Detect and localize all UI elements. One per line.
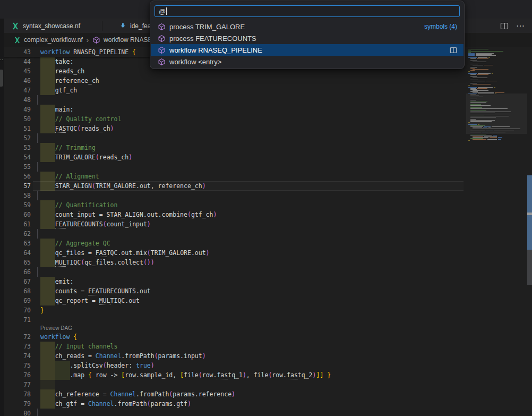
- code-line-52[interactable]: 52: [4, 133, 464, 143]
- tab-label: syntax_showcase.nf: [23, 22, 80, 30]
- symbol-cube-icon: [158, 58, 166, 66]
- code-line-61[interactable]: 61 FEATURECOUNTS(count_input): [4, 219, 464, 229]
- line-number: 70: [4, 305, 31, 315]
- split-editor-button[interactable]: [500, 22, 509, 30]
- line-number: 64: [4, 248, 31, 258]
- line-number: 79: [4, 399, 31, 409]
- code-line-67[interactable]: 67 emit:: [4, 277, 464, 286]
- line-number: 72: [4, 332, 31, 342]
- vscode-window: syntax_showcase.nf ide_feat ⋯ complex_wo…: [0, 0, 532, 416]
- code-line-48[interactable]: 48: [4, 95, 464, 105]
- code-line-49[interactable]: 49 main:: [4, 105, 464, 114]
- more-actions-button[interactable]: ⋯: [516, 23, 525, 29]
- code-line-77[interactable]: 77: [4, 380, 464, 389]
- nextflow-icon: [14, 37, 21, 44]
- line-number: 46: [4, 76, 31, 86]
- line-number: 53: [4, 143, 31, 152]
- code-line-46[interactable]: 46 reference_ch: [4, 76, 464, 86]
- codelens-preview-dag[interactable]: Preview DAG: [4, 325, 464, 332]
- line-number: 55: [4, 162, 31, 172]
- quick-open-item-2[interactable]: workflow RNASEQ_PIPELINE: [151, 44, 464, 56]
- code-line-65[interactable]: 65 MULTIQC(qc_files.collect()): [4, 258, 464, 267]
- line-number: 76: [4, 370, 31, 380]
- symbol-cube-icon: [158, 46, 166, 54]
- arrow-down-icon: [119, 22, 126, 29]
- line-number: 57: [4, 181, 31, 191]
- code-editor[interactable]: 43workflow RNASEQ_PIPELINE {44 take:45 r…: [4, 47, 466, 416]
- chevron-right-icon: ›: [87, 36, 89, 44]
- symbol-cube-icon: [158, 35, 166, 43]
- code-line-50[interactable]: 50 // Quality control: [4, 114, 464, 124]
- line-number: 71: [4, 315, 31, 325]
- code-line-72[interactable]: 72workflow {: [4, 332, 464, 342]
- code-line-64[interactable]: 64 qc_files = FASTQC.out.mix(TRIM_GALORE…: [4, 248, 464, 258]
- code-line-63[interactable]: 63 // Aggregate QC: [4, 239, 464, 248]
- scrollbar[interactable]: [527, 47, 532, 416]
- line-number: 73: [4, 342, 31, 351]
- line-number: 63: [4, 239, 31, 248]
- code-line-75[interactable]: 75 .splitCsv(header: true): [4, 361, 464, 370]
- scrollbar-fragment: [0, 70, 3, 87]
- text-cursor: [166, 7, 167, 15]
- line-number: 59: [4, 200, 31, 210]
- code-line-56[interactable]: 56 // Alignment: [4, 172, 464, 181]
- quick-open-list: process TRIM_GALOREsymbols (4) process F…: [151, 21, 464, 67]
- query-text: @: [159, 7, 166, 15]
- line-number: 50: [4, 114, 31, 124]
- open-to-side-icon[interactable]: [450, 47, 457, 54]
- breadcrumb-file[interactable]: complex_workflow.nf: [24, 36, 83, 44]
- code-line-70[interactable]: 70}: [4, 305, 464, 315]
- adjacent-group-edge: ···: [0, 19, 4, 416]
- line-number: 51: [4, 124, 31, 133]
- symbol-cube-icon: [92, 36, 100, 44]
- quick-open-item-3[interactable]: workflow <entry>: [151, 56, 464, 67]
- scrollbar-slider[interactable]: [527, 250, 532, 285]
- line-number: 66: [4, 267, 31, 277]
- code-line-73[interactable]: 73 // Input channels: [4, 342, 464, 351]
- code-line-54[interactable]: 54 TRIM_GALORE(reads_ch): [4, 152, 464, 162]
- code-line-53[interactable]: 53 // Trimming: [4, 143, 464, 152]
- symbol-cube-slot: [92, 36, 100, 44]
- code-line-51[interactable]: 51 FASTQC(reads_ch): [4, 124, 464, 133]
- code-line-47[interactable]: 47 gtf_ch: [4, 86, 464, 95]
- code-line-57[interactable]: 57 STAR_ALIGN(TRIM_GALORE.out, reference…: [4, 181, 464, 191]
- more-actions-icon: ···: [0, 57, 4, 62]
- code-line-79[interactable]: 79 ch_gtf = Channel.fromPath(params.gtf): [4, 399, 464, 409]
- code-line-71[interactable]: 71: [4, 315, 464, 325]
- item-label: workflow <entry>: [169, 58, 221, 66]
- item-label: process FEATURECOUNTS: [169, 35, 256, 43]
- quick-open-input[interactable]: @: [155, 5, 460, 17]
- item-label: process TRIM_GALORE: [169, 23, 245, 31]
- quick-open-panel: @ process TRIM_GALOREsymbols (4) process…: [150, 1, 465, 69]
- line-number: 68: [4, 286, 31, 296]
- line-number: 48: [4, 95, 31, 105]
- line-number: 45: [4, 66, 31, 76]
- code-line-76[interactable]: 76 .map { row -> [row.sample_id, [file(r…: [4, 370, 464, 380]
- item-label: workflow RNASEQ_PIPELINE: [169, 46, 262, 54]
- tab-syntax-showcase[interactable]: syntax_showcase.nf: [4, 19, 102, 33]
- code-line-66[interactable]: 66: [4, 267, 464, 277]
- code-line-58[interactable]: 58: [4, 191, 464, 200]
- symbol-cube-icon: [158, 23, 166, 31]
- code-line-60[interactable]: 60 count_input = STAR_ALIGN.out.combine(…: [4, 210, 464, 219]
- line-number: 77: [4, 380, 31, 389]
- line-number: 67: [4, 277, 31, 286]
- code-line-59[interactable]: 59 // Quantification: [4, 200, 464, 210]
- code-line-62[interactable]: 62: [4, 229, 464, 239]
- code-line-74[interactable]: 74 ch_reads = Channel.fromPath(params.in…: [4, 351, 464, 361]
- code-line-78[interactable]: 78 ch_reference = Channel.fromPath(param…: [4, 389, 464, 399]
- symbols-count-badge[interactable]: symbols (4): [424, 23, 457, 30]
- code-line-68[interactable]: 68 counts = FEATURECOUNTS.out: [4, 286, 464, 296]
- quick-open-item-1[interactable]: process FEATURECOUNTS: [151, 32, 464, 44]
- quick-open-item-0[interactable]: process TRIM_GALOREsymbols (4): [151, 21, 464, 32]
- code-line-69[interactable]: 69 qc_report = MULTIQC.out: [4, 296, 464, 305]
- code-line-55[interactable]: 55: [4, 162, 464, 172]
- line-number: 65: [4, 258, 31, 267]
- line-number: 74: [4, 351, 31, 361]
- code-line-80[interactable]: 80: [4, 409, 464, 416]
- nextflow-icon: [12, 22, 19, 30]
- line-number: 43: [4, 47, 31, 57]
- minimap-slider[interactable]: [466, 94, 527, 134]
- open-to-side-button[interactable]: [450, 47, 457, 54]
- minimap[interactable]: [466, 47, 527, 416]
